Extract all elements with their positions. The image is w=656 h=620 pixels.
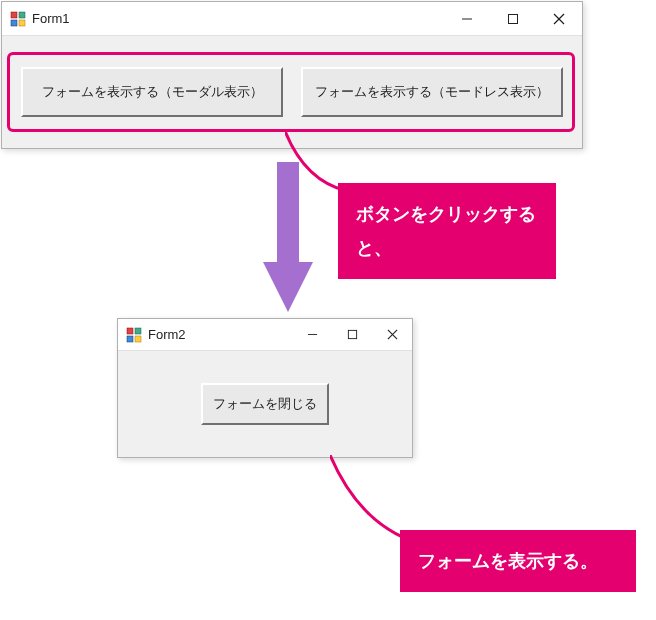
svg-rect-8 [277,162,299,264]
callout-show-text: フォームを表示する。 [418,551,598,571]
form2-client: フォームを閉じる [118,351,412,457]
form1-title: Form1 [32,11,444,26]
svg-rect-12 [127,336,133,342]
form2-title: Form2 [148,327,292,342]
minimize-button[interactable] [292,319,332,350]
svg-rect-2 [11,20,17,26]
close-icon [553,13,565,25]
svg-rect-13 [135,336,141,342]
window-controls [292,319,412,350]
maximize-button[interactable] [490,2,536,35]
form-app-icon [10,11,26,27]
form-app-icon [126,327,142,343]
minimize-icon [307,329,318,340]
maximize-icon [507,13,519,25]
minimize-icon [461,13,473,25]
svg-rect-5 [509,14,518,23]
show-modeless-button[interactable]: フォームを表示する（モードレス表示） [301,67,563,117]
svg-rect-11 [135,328,141,334]
form2-window: Form2 フォームを閉じる [117,318,413,458]
callout-click-text: ボタンをクリックすると、 [356,204,536,258]
maximize-button[interactable] [332,319,372,350]
close-button[interactable] [372,319,412,350]
close-form-button[interactable]: フォームを閉じる [201,383,329,425]
close-icon [387,329,398,340]
form1-client: フォームを表示する（モーダル表示） フォームを表示する（モードレス表示） [2,36,582,148]
close-button[interactable] [536,2,582,35]
callout-show: フォームを表示する。 [400,530,636,592]
form1-titlebar[interactable]: Form1 [2,2,582,36]
svg-rect-10 [127,328,133,334]
svg-rect-15 [348,330,356,338]
callout-click: ボタンをクリックすると、 [338,183,556,279]
window-controls [444,2,582,35]
form1-window: Form1 フォームを表示する（モーダル表示） フォームを表示する（モードレス表… [1,1,583,149]
svg-rect-0 [11,12,17,18]
svg-marker-9 [263,262,313,312]
show-modal-button[interactable]: フォームを表示する（モーダル表示） [21,67,283,117]
flow-arrow [263,162,313,312]
maximize-icon [347,329,358,340]
minimize-button[interactable] [444,2,490,35]
form2-titlebar[interactable]: Form2 [118,319,412,351]
svg-rect-3 [19,20,25,26]
svg-rect-1 [19,12,25,18]
